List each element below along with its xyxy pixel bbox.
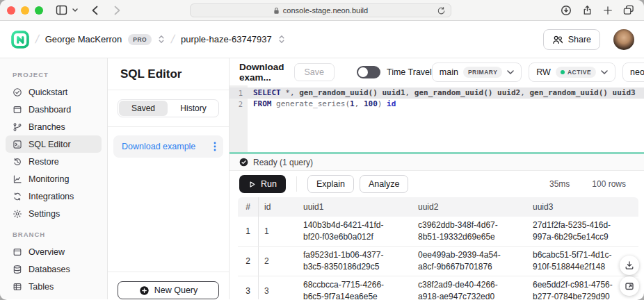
query-actions: Run Explain Analyze 35ms 100 rows (230, 171, 644, 197)
close-window-button[interactable] (7, 6, 15, 15)
sidebar-item-quickstart[interactable]: Quickstart (6, 83, 102, 101)
expand-results-button[interactable] (620, 276, 639, 296)
sidebar-item-integrations[interactable]: Integrations (6, 188, 102, 205)
results-table-body: 1 1 140b3b4d-6421-41fd-bf20-f03e6b0a012f… (238, 217, 638, 299)
line-code: SELECT *, gen_random_uuid() uuid1, gen_r… (248, 88, 636, 99)
sidebar-item-monitoring[interactable]: Monitoring (6, 170, 102, 188)
line-number: 2 (230, 99, 248, 110)
column-header-uuid1[interactable]: uuid1 (298, 202, 412, 212)
cell-uuid1: fa9523d1-1b06-4377-b3c5-8350186d29c5 (298, 247, 412, 276)
cell-id: 2 (259, 256, 298, 266)
download-results-button[interactable] (620, 256, 639, 275)
browser-url-bar[interactable]: console-stage.neon.build (190, 3, 451, 17)
sidebar-item-dashboard[interactable]: Dashboard (6, 101, 102, 118)
sidebar-item-databases[interactable]: Databases (6, 260, 102, 278)
sidebar-item-overview[interactable]: Overview (6, 243, 102, 260)
restore-icon (13, 157, 22, 167)
back-button[interactable] (86, 2, 103, 19)
saved-queries-list: Download example (108, 127, 229, 272)
cell-index: 1 (238, 217, 259, 246)
new-query-button[interactable]: New Query (118, 281, 219, 299)
branch-select[interactable]: main PRIMARY (432, 62, 522, 82)
save-button[interactable]: Save (294, 63, 335, 81)
table-row[interactable]: 2 2 fa9523d1-1b06-4377-b3c5-8350186d29c5… (238, 247, 638, 276)
compute-select[interactable]: RW ACTIVE (529, 62, 615, 82)
sidebar-item-roles[interactable]: Roles (6, 295, 102, 299)
reload-icon[interactable] (437, 6, 446, 17)
sidebar-item-branches[interactable]: Branches (6, 118, 102, 135)
sidebar-panel-icon[interactable] (53, 2, 70, 19)
neon-logo[interactable] (11, 31, 29, 49)
saved-query-item[interactable]: Download example (113, 135, 223, 158)
downloads-icon[interactable] (558, 2, 574, 19)
code-line: 1 SELECT *, gen_random_uuid() uuid1, gen… (230, 88, 644, 99)
dashboard-icon (13, 105, 22, 115)
minimize-window-button[interactable] (21, 6, 29, 15)
query-title: Download exam... (239, 62, 284, 83)
sidebar-item-label: Roles (29, 299, 51, 300)
sidebar-item-settings[interactable]: Settings (6, 205, 102, 222)
tab-history[interactable]: History (169, 101, 218, 116)
share-page-icon[interactable] (579, 2, 595, 19)
breadcrumb-divider: / (34, 33, 40, 47)
sidebar-item-label: Monitoring (29, 174, 69, 184)
sidebar: PROJECT Quickstart Dashboard (0, 58, 108, 299)
time-travel-toggle[interactable] (357, 66, 380, 78)
table-row[interactable]: 1 1 140b3b4d-6421-41fd-bf20-f03e6b0a012f… (238, 217, 638, 247)
traffic-lights (7, 6, 43, 15)
sidebar-item-label: Tables (29, 282, 54, 292)
sidebar-item-label: SQL Editor (29, 140, 71, 149)
project-nav-list: Quickstart Dashboard Branches SQ (0, 83, 107, 222)
sql-editor-icon (13, 140, 22, 149)
query-toolbar: Download exam... Save Time Travel main P… (230, 58, 644, 85)
sql-code-editor[interactable]: 1 SELECT *, gen_random_uuid() uuid1, gen… (230, 85, 644, 152)
primary-badge: PRIMARY (463, 67, 502, 78)
breadcrumb-project[interactable]: purple-haze-63747937 (181, 34, 272, 44)
expand-icon (625, 281, 634, 291)
column-header-index[interactable]: # (238, 197, 259, 217)
cell-uuid1: 140b3b4d-6421-41fd-bf20-f03e6b0a012f (298, 217, 412, 246)
column-header-id[interactable]: id (259, 202, 298, 212)
kebab-menu-icon[interactable] (214, 142, 216, 151)
analyze-button[interactable]: Analyze (360, 175, 408, 193)
time-travel-label: Time Travel (387, 67, 432, 77)
new-tab-icon[interactable] (599, 2, 616, 19)
tab-overview-icon[interactable] (620, 2, 637, 19)
sidebar-item-tables[interactable]: Tables (6, 278, 102, 295)
play-icon (248, 181, 256, 188)
project-switcher-icon[interactable] (278, 35, 285, 44)
tab-saved[interactable]: Saved (119, 101, 168, 116)
sidebar-item-label: Restore (29, 157, 59, 167)
database-select[interactable]: neondb (622, 62, 644, 82)
chevron-down-icon (601, 70, 608, 74)
share-button[interactable]: Share (543, 29, 600, 50)
breadcrumb-divider: / (170, 33, 176, 47)
row-count: 100 rows (592, 179, 626, 189)
run-button[interactable]: Run (239, 175, 286, 193)
user-avatar[interactable] (613, 29, 634, 50)
chevron-down-icon[interactable] (70, 2, 81, 19)
sidebar-item-label: Branches (29, 122, 65, 132)
page-title: SQL Editor (108, 58, 229, 90)
browser-chrome: console-stage.neon.build (0, 0, 644, 21)
tables-icon (13, 282, 22, 292)
status-text: Ready (1 query) (253, 158, 313, 167)
settings-icon (13, 209, 22, 219)
column-header-uuid3[interactable]: uuid3 (527, 202, 638, 212)
org-switcher-icon[interactable] (158, 35, 165, 44)
cell-uuid2: c38f2ad9-de40-4266-a918-ae947c732ed0 (412, 276, 527, 299)
sidebar-item-restore[interactable]: Restore (6, 153, 102, 170)
browser-toolbar-right (558, 2, 637, 19)
explain-button[interactable]: Explain (307, 175, 354, 193)
branch-nav-list: Overview Databases Tables Roles (0, 243, 107, 299)
breadcrumb-org[interactable]: George MacKerron (45, 34, 122, 44)
column-header-uuid2[interactable]: uuid2 (412, 202, 527, 212)
query-workspace: Download exam... Save Time Travel main P… (230, 58, 644, 299)
cell-id: 1 (259, 226, 298, 236)
query-duration: 35ms (549, 179, 570, 189)
sidebar-item-sql-editor[interactable]: SQL Editor (6, 135, 102, 153)
zoom-window-button[interactable] (35, 6, 43, 15)
table-row[interactable]: 3 3 68ccbcca-7715-4266-b6c5-9f7a14ea6e5e… (238, 276, 638, 299)
app-header: / George MacKerron PRO / purple-haze-637… (0, 21, 644, 58)
forward-button[interactable] (108, 2, 125, 19)
